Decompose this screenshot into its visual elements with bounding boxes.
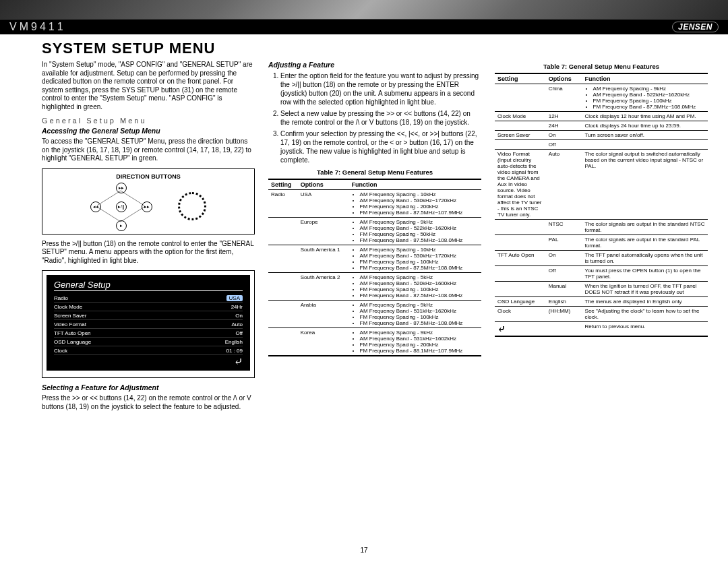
cell-setting [268,218,298,245]
cell-function: When the ignition is turned OFF, the TFT… [582,282,708,297]
table-row: South America 2AM Frequency Spacing - 5k… [268,273,481,301]
direction-box-title: DIRECTION BUTTONS [47,173,250,180]
joystick-lines-icon [90,183,151,230]
features-table-2: Setting Options Function ChinaAM Frequen… [495,73,708,337]
table-caption-1: Table 7: General Setup Menu Features [268,168,481,176]
cell-function: AM Frequency Spacing - 9kHzAM Frequency … [349,301,481,328]
cell-setting [268,328,298,356]
fn-item: FM Frequency Spacing - 100kHz [593,98,705,104]
cell-function: AM Frequency Spacing - 9kHzAM Frequency … [582,84,708,112]
cell-setting [268,273,298,301]
cell-function: The color signal output is switched auto… [582,150,708,220]
cell-function: AM Frequency Spacing - 10kHzAM Frequency… [349,245,481,273]
header-band: VM9411 JENSEN [0,20,728,34]
cell-option: 12H [546,112,582,121]
osd-label: Video Format [54,321,86,327]
table-row: KoreaAM Frequency Spacing - 9kHzAM Frequ… [268,328,481,356]
table-row: ChinaAM Frequency Spacing - 9kHzAM Frequ… [495,84,708,112]
cell-option: On [546,251,582,266]
cell-option: Off [546,140,582,150]
cell-option: NTSC [546,220,582,235]
table-row: Off [495,140,708,150]
section-title: General Setup Menu [42,117,255,125]
fn-item: AM Frequency Band - 530kHz~1720kHz [360,197,479,204]
table-row: OSD LanguageEnglishThe menus are display… [495,297,708,307]
cell-option: 24H [546,121,582,131]
th-options: Options [298,179,349,190]
fn-item: AM Frequency Spacing - 5kHz [360,274,479,280]
table-row: ArabiaAM Frequency Spacing - 9kHzAM Freq… [268,301,481,328]
cell-function: AM Frequency Spacing - 9kHzAM Frequency … [349,218,481,245]
cell-option: PAL [546,235,582,251]
table-row: PALThe color signals are output in the s… [495,235,708,251]
cell-setting: Clock Mode [495,112,546,121]
cell-function: AM Frequency Spacing - 5kHzAM Frequency … [349,273,481,301]
svg-line-1 [121,191,144,206]
svg-line-0 [97,191,121,206]
th-setting: Setting [268,179,298,190]
table-row: NTSCThe color signals are output in the … [495,220,708,235]
fn-item: AM Frequency Band - 531kHz~1602kHz [360,336,479,342]
cell-function: AM Frequency Spacing - 10kHzAM Frequency… [349,190,481,218]
th-options-2: Options [546,73,582,84]
step-item: Confirm your selection by pressing the <… [280,129,481,164]
cell-function: The TFT panel automatically opens when t… [582,251,708,266]
table-row: Clock Mode12HClock displays 12 hour time… [495,112,708,121]
accessing-body: To access the "GENERAL SETUP" Menu, pres… [42,137,255,163]
fn-item: FM Frequency Spacing - 200kHz [360,204,479,210]
selecting-body: Press the >> or << buttons (14, 22) on t… [42,394,255,411]
osd-row: Screen SaverOn [54,311,243,320]
fn-item: AM Frequency Band - 522kHz~1620kHz [593,92,705,98]
selecting-title: Selecting a Feature for Adjustment [42,383,255,392]
table-row: TFT Auto OpenOnThe TFT panel automatical… [495,251,708,266]
fn-item: FM Frequency Band - 87.5MHz~107.9MHz [360,210,479,216]
fn-item: FM Frequency Spacing - 50kHz [360,231,479,237]
osd-label: TFT Auto Open [54,330,91,336]
cell-setting [495,84,546,112]
adjusting-steps: Enter the option field for the feature y… [268,71,481,164]
table-row: ManualWhen the ignition is turned OFF, t… [495,282,708,297]
fn-item: FM Frequency Spacing - 200kHz [360,342,479,348]
table-row: Clock(HH:MM)See "Adjusting the clock" to… [495,307,708,322]
fn-item: AM Frequency Spacing - 10kHz [360,191,479,197]
step-item: Enter the option field for the feature y… [280,71,481,106]
fn-item: AM Frequency Spacing - 9kHz [593,86,705,92]
osd-title: General Setup [54,280,243,291]
intro-text: In "System Setup" mode, "ASP CONFIG" and… [42,61,255,111]
fn-item: FM Frequency Band - 87.5MHz~108.0MHz [360,320,479,326]
table-row: EuropeAM Frequency Spacing - 9kHzAM Freq… [268,218,481,245]
cell-option: On [546,131,582,140]
cell-setting: Radio [268,190,298,218]
cell-function: The color signals are output in the stan… [582,235,708,251]
cell-function: Turn screen saver on/off. [582,131,708,140]
cell-function: Clock displays 24 hour time up to 23:59. [582,121,708,131]
fn-item: AM Frequency Band - 520kHz~1600kHz [360,280,479,286]
header-gradient [0,0,728,20]
cell-option [546,322,582,337]
cell-setting [495,266,546,282]
osd-row: Clock Mode24Hr [54,303,243,311]
cell-setting [495,121,546,131]
th-setting-2: Setting [495,73,546,84]
press-enter-text: Press the >/|| button (18) on the remote… [42,240,255,266]
osd-value: USA [226,295,243,301]
osd-screenshot: General Setup RadioUSAClock Mode24HrScre… [42,270,255,378]
svg-line-3 [121,207,144,222]
osd-value: Off [235,330,243,336]
column-2: Adjusting a Feature Enter the option fie… [268,59,481,413]
cell-function: Return to previous menu. [582,322,708,337]
cell-setting: ⤶ [495,322,546,337]
osd-row: Clock01 : 09 [54,346,243,355]
osd-row: TFT Auto OpenOff [54,329,243,338]
fn-item: FM Frequency Band - 87.5MHz~108.0MHz [360,237,479,243]
fn-item: FM Frequency Band - 88.1MHz~107.9MHz [360,348,479,354]
cell-setting: Screen Saver [495,131,546,140]
osd-value: 24Hr [231,304,243,310]
table-row: 24HClock displays 24 hour time up to 23:… [495,121,708,131]
fn-item: AM Frequency Spacing - 9kHz [360,302,479,308]
fn-item: AM Frequency Spacing - 9kHz [360,330,479,336]
step-item: Select a new value by pressing the >> or… [280,109,481,127]
fn-item: AM Frequency Spacing - 9kHz [360,219,479,225]
cell-option: Arabia [298,301,349,328]
return-icon: ⤶ [54,356,243,367]
